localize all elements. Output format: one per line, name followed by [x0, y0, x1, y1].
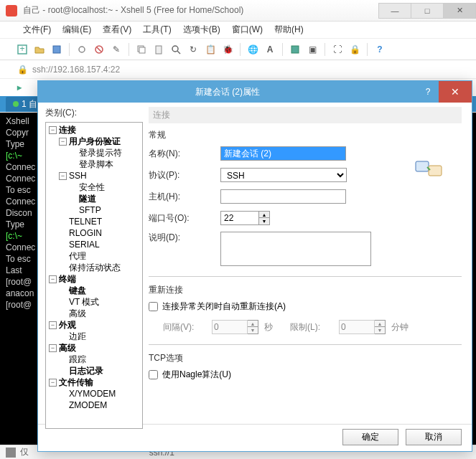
name-label: 名称(N):	[149, 148, 220, 160]
ok-button[interactable]: 确定	[342, 429, 398, 445]
port-input[interactable]	[220, 211, 259, 225]
script-icon[interactable]: 🐞	[220, 42, 235, 57]
tree-node[interactable]: 高级	[46, 308, 142, 319]
tree-node-label: 键盘	[69, 285, 86, 297]
tree-node[interactable]: 隧道	[46, 193, 142, 204]
paste-icon[interactable]	[151, 42, 167, 57]
nagle-checkbox[interactable]	[149, 370, 158, 379]
host-input[interactable]	[220, 189, 346, 204]
tree-toggle-icon[interactable]: −	[49, 126, 57, 134]
help-icon[interactable]: ?	[372, 42, 388, 57]
tree-node[interactable]: 登录提示符	[46, 147, 142, 158]
interval-label: 间隔(V):	[163, 321, 206, 333]
dialog-close-button[interactable]: ✕	[439, 81, 472, 103]
terminal-icon[interactable]: ▣	[304, 42, 320, 57]
protocol-select[interactable]: SSH	[220, 168, 347, 182]
tree-node[interactable]: −用户身份验证	[46, 136, 142, 147]
tree-node[interactable]: VT 模式	[46, 296, 142, 308]
tree-node[interactable]: SFTP	[46, 204, 142, 216]
limit-input	[339, 320, 375, 334]
menu-edit[interactable]: 编辑(E)	[57, 24, 97, 36]
copy-icon[interactable]	[134, 42, 149, 57]
tree-node[interactable]: 键盘	[46, 285, 142, 296]
tree-node[interactable]: 安全性	[46, 181, 142, 193]
save-icon[interactable]	[49, 42, 65, 57]
reconnect-icon[interactable]	[74, 42, 90, 57]
svg-rect-7	[156, 46, 162, 54]
auto-reconnect-checkbox[interactable]	[149, 302, 158, 311]
tree-node-label: 登录提示符	[79, 147, 122, 159]
address-bar[interactable]: 🔒 ssh://192.168.157.4:22	[0, 60, 476, 79]
tree-node[interactable]: −高级	[46, 342, 142, 354]
tree-node[interactable]: TELNET	[46, 216, 142, 227]
tree-toggle-icon[interactable]: −	[49, 379, 57, 387]
tree-node[interactable]: ZMODEM	[46, 399, 142, 411]
address-text: ssh://192.168.157.4:22	[32, 65, 120, 75]
font-icon[interactable]: A	[262, 42, 278, 57]
interval-unit: 秒	[264, 321, 284, 333]
tree-node-label: 文件传输	[59, 377, 93, 389]
tree-toggle-icon[interactable]: −	[49, 275, 57, 283]
tree-node[interactable]: −连接	[46, 124, 142, 136]
globe-icon[interactable]: 🌐	[245, 42, 261, 57]
tree-node[interactable]: RLOGIN	[46, 227, 142, 239]
color-icon[interactable]	[287, 42, 303, 57]
tree-node[interactable]: X/YMODEM	[46, 388, 142, 399]
tree-toggle-icon[interactable]: −	[59, 138, 67, 146]
menu-tabs[interactable]: 选项卡(B)	[177, 24, 226, 36]
open-icon[interactable]	[32, 42, 47, 57]
nagle-label: 使用Nagle算法(U)	[162, 369, 231, 381]
disconnect-icon[interactable]	[91, 42, 107, 57]
tree-node-label: 终端	[59, 273, 76, 285]
tree-node[interactable]: 边距	[46, 331, 142, 342]
description-textarea[interactable]	[220, 232, 371, 266]
tree-node-label: VT 模式	[69, 296, 99, 308]
tree-node-label: 安全性	[79, 181, 105, 194]
tree-node[interactable]: −外观	[46, 319, 142, 331]
new-session-icon[interactable]: +	[14, 42, 30, 57]
tree-node[interactable]: 代理	[46, 250, 142, 262]
search-icon[interactable]	[168, 42, 184, 57]
tree-node[interactable]: 日志记录	[46, 365, 142, 377]
add-tab-icon[interactable]: ▸	[17, 82, 22, 93]
menu-file[interactable]: 文件(F)	[17, 24, 57, 36]
tree-node[interactable]: 跟踪	[46, 354, 142, 365]
tree-toggle-icon[interactable]: −	[49, 321, 57, 329]
tree-node[interactable]: −文件传输	[46, 377, 142, 388]
menu-window[interactable]: 窗口(W)	[226, 24, 269, 36]
tree-node[interactable]: −终端	[46, 273, 142, 285]
maximize-button[interactable]: □	[411, 3, 444, 19]
tree-node-label: 隧道	[79, 193, 96, 205]
tree-toggle-icon[interactable]: −	[49, 344, 57, 352]
history-icon[interactable]: ↻	[185, 42, 201, 57]
reconnect-group-label: 重新连接	[149, 284, 462, 296]
connection-icon	[414, 157, 443, 180]
close-button[interactable]: ✕	[443, 3, 476, 19]
spin-up-icon[interactable]: ▲	[259, 212, 269, 218]
dialog-help-button[interactable]: ?	[417, 81, 439, 103]
name-input[interactable]	[220, 146, 346, 161]
fullscreen-icon[interactable]: ⛶	[330, 42, 345, 57]
clipboard-icon[interactable]: 📋	[202, 42, 218, 57]
category-tree[interactable]: −连接−用户身份验证登录提示符登录脚本−SSH安全性隧道SFTPTELNETRL…	[45, 122, 143, 429]
category-label: 类别(C):	[45, 107, 143, 119]
tree-node[interactable]: −SSH	[46, 170, 142, 181]
pencil-icon[interactable]: ✎	[108, 42, 124, 57]
tree-node[interactable]: 登录脚本	[46, 158, 142, 170]
port-spinner[interactable]: ▲▼	[259, 211, 270, 225]
status-left: 仅	[20, 446, 29, 458]
menu-tools[interactable]: 工具(T)	[137, 24, 177, 36]
session-properties-dialog: 新建会话 (2)属性 ? ✕ 类别(C): −连接−用户身份验证登录提示符登录脚…	[37, 80, 472, 452]
lock-icon[interactable]: 🔒	[347, 42, 363, 57]
menu-help[interactable]: 帮助(H)	[269, 24, 309, 36]
cancel-button[interactable]: 取消	[406, 429, 462, 445]
tree-node-label: SERIAL	[69, 240, 100, 250]
tree-toggle-icon[interactable]: −	[59, 172, 67, 180]
status-icon	[6, 448, 16, 458]
spin-down-icon[interactable]: ▼	[259, 218, 269, 224]
tree-node[interactable]: SERIAL	[46, 239, 142, 250]
menu-view[interactable]: 查看(V)	[97, 24, 137, 36]
session-tab-label: 1 自	[22, 98, 37, 110]
minimize-button[interactable]: —	[378, 3, 411, 19]
tree-node[interactable]: 保持活动状态	[46, 262, 142, 273]
